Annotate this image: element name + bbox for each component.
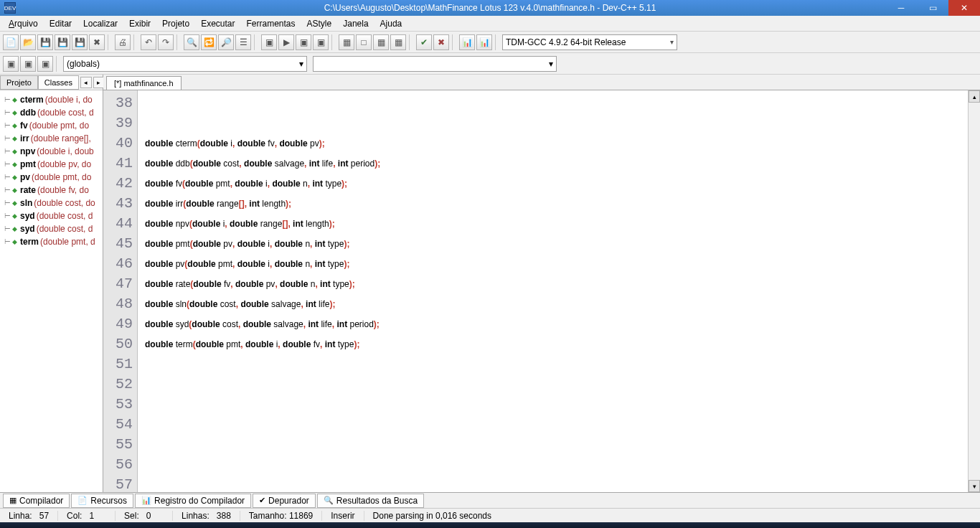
- print-icon[interactable]: 🖨: [115, 34, 131, 50]
- code-line-38[interactable]: [145, 93, 968, 113]
- menu-exibir[interactable]: Exibir: [123, 17, 156, 30]
- chevron-down-icon: ▾: [670, 38, 674, 46]
- rebuild-icon[interactable]: ▣: [313, 34, 329, 50]
- menu-editar[interactable]: Editar: [44, 17, 77, 30]
- code-line-40[interactable]: double cterm(double i, double fv, double…: [145, 133, 968, 154]
- class-item-cterm[interactable]: ⊢◆cterm(double i, do: [1, 93, 101, 106]
- compile-run-icon[interactable]: ▣: [296, 34, 311, 50]
- goto-line-icon[interactable]: ☰: [235, 34, 251, 50]
- code-content[interactable]: double cterm(double i, double fv, double…: [138, 90, 968, 492]
- close-button[interactable]: ✕: [948, 0, 980, 16]
- scroll-up-icon[interactable]: ▴: [969, 90, 980, 103]
- tab-projeto[interactable]: Projeto: [0, 75, 38, 90]
- file-tab-mathfinance[interactable]: [*] mathfinance.h: [106, 76, 182, 90]
- find-icon[interactable]: 🔍: [184, 34, 199, 50]
- compile-icon[interactable]: ▣: [261, 34, 277, 50]
- run-icon[interactable]: ▶: [278, 34, 294, 50]
- code-line-53[interactable]: [145, 395, 968, 415]
- menu-localizar[interactable]: Localizar: [77, 17, 123, 30]
- check-icon[interactable]: ✔: [416, 34, 432, 50]
- class-item-syd[interactable]: ⊢◆syd(double cost, d: [1, 222, 101, 235]
- new-file-icon[interactable]: 📄: [3, 34, 19, 50]
- resources-icon: 📄: [77, 496, 88, 505]
- class-item-term[interactable]: ⊢◆term(double pmt, d: [1, 235, 101, 248]
- vertical-scrollbar[interactable]: ▴ ▾: [968, 90, 980, 492]
- cancel-icon[interactable]: ✖: [433, 34, 449, 50]
- code-line-44[interactable]: double npv(double i, double range[], int…: [145, 214, 968, 234]
- code-line-57[interactable]: [145, 475, 968, 492]
- code-line-46[interactable]: double pv(double pmt, double i, double n…: [145, 254, 968, 274]
- class-item-fv[interactable]: ⊢◆fv(double pmt, do: [1, 119, 101, 132]
- profile-icon[interactable]: ▦: [373, 34, 389, 50]
- undo-icon[interactable]: ↶: [141, 34, 156, 50]
- class-item-irr[interactable]: ⊢◆irr(double range[],: [1, 132, 101, 145]
- code-line-48[interactable]: double sln(double cost, double salvage, …: [145, 294, 968, 314]
- line-number: 52: [103, 374, 133, 395]
- menu-arquivo[interactable]: Arquivo: [3, 17, 44, 30]
- close-file-icon[interactable]: ✖: [89, 34, 105, 50]
- tab-prev-icon[interactable]: ◂: [80, 77, 92, 88]
- class-item-npv[interactable]: ⊢◆npv(double i, doub: [1, 145, 101, 158]
- tab-recursos[interactable]: 📄Recursos: [71, 494, 133, 508]
- open-icon[interactable]: 📂: [20, 34, 36, 50]
- tab-compilador[interactable]: ▦Compilador: [3, 494, 70, 508]
- debug-icon[interactable]: ▦: [339, 34, 354, 50]
- tab-depurador[interactable]: ✔Depurador: [253, 494, 316, 508]
- scroll-down-icon[interactable]: ▾: [969, 480, 980, 492]
- insert-icon[interactable]: ▣: [20, 56, 36, 72]
- code-line-47[interactable]: double rate(double fv, double pv, double…: [145, 274, 968, 294]
- tab-registro[interactable]: 📊Registro do Compilador: [135, 494, 251, 508]
- class-item-pmt[interactable]: ⊢◆pmt(double pv, do: [1, 158, 101, 171]
- menu-projeto[interactable]: Projeto: [156, 17, 195, 30]
- file-tabs: [*] mathfinance.h: [103, 75, 980, 90]
- menu-executar[interactable]: Executar: [195, 17, 240, 30]
- code-line-56[interactable]: [145, 455, 968, 475]
- code-line-49[interactable]: double syd(double cost, double salvage, …: [145, 314, 968, 334]
- save-all-icon[interactable]: 💾: [55, 34, 70, 50]
- stop-icon[interactable]: □: [356, 34, 372, 50]
- code-line-43[interactable]: double irr(double range[], int length);: [145, 194, 968, 214]
- code-line-42[interactable]: double fv(double pmt, double i, double n…: [145, 174, 968, 194]
- bookmark-icon[interactable]: ▣: [37, 56, 53, 72]
- redo-icon[interactable]: ↷: [158, 34, 174, 50]
- minimize-button[interactable]: ─: [885, 0, 917, 16]
- tab-resultados[interactable]: 🔍Resultados da Busca: [317, 494, 424, 508]
- save-icon[interactable]: 💾: [37, 34, 53, 50]
- chart2-icon[interactable]: 📊: [476, 34, 492, 50]
- compiler-select[interactable]: TDM-GCC 4.9.2 64-bit Release ▾: [502, 34, 677, 50]
- class-tree[interactable]: ⊢◆cterm(double i, do⊢◆ddb(double cost, d…: [0, 90, 103, 492]
- class-item-pv[interactable]: ⊢◆pv(double pmt, do: [1, 171, 101, 184]
- replace-icon[interactable]: 🔁: [201, 34, 217, 50]
- find-in-files-icon[interactable]: 🔎: [218, 34, 234, 50]
- code-line-50[interactable]: double term(double pmt, double i, double…: [145, 334, 968, 354]
- function-icon: ◆: [12, 106, 17, 119]
- line-number: 40: [103, 133, 133, 154]
- code-line-52[interactable]: [145, 374, 968, 395]
- code-line-39[interactable]: [145, 113, 968, 133]
- code-line-41[interactable]: double ddb(double cost, double salvage, …: [145, 154, 968, 174]
- menu-ferramentas[interactable]: Ferramentas: [241, 17, 301, 30]
- chart-icon[interactable]: 📊: [459, 34, 475, 50]
- search-results-icon: 🔍: [324, 496, 334, 505]
- code-area[interactable]: 3839404142434445464748495051525354555657…: [103, 90, 980, 492]
- menu-ajuda[interactable]: Ajuda: [374, 17, 408, 30]
- scope-select[interactable]: ▾: [313, 56, 557, 72]
- code-line-45[interactable]: double pmt(double pv, double i, double n…: [145, 234, 968, 254]
- class-item-syd[interactable]: ⊢◆syd(double cost, d: [1, 209, 101, 222]
- code-line-51[interactable]: [145, 354, 968, 374]
- titlebar: DEV C:\Users\Augusto\Desktop\MathFinance…: [0, 0, 980, 16]
- menu-astyle[interactable]: AStyle: [301, 17, 338, 30]
- new-project-icon[interactable]: ▣: [3, 56, 19, 72]
- menu-janela[interactable]: Janela: [337, 17, 374, 30]
- class-item-ddb[interactable]: ⊢◆ddb(double cost, d: [1, 106, 101, 119]
- tab-classes[interactable]: Classes: [38, 75, 79, 90]
- class-item-rate[interactable]: ⊢◆rate(double fv, do: [1, 184, 101, 197]
- maximize-button[interactable]: ▭: [917, 0, 948, 16]
- line-number: 57: [103, 475, 133, 492]
- code-line-54[interactable]: [145, 415, 968, 435]
- globals-select[interactable]: (globals) ▾: [63, 56, 307, 72]
- class-item-sln[interactable]: ⊢◆sln(double cost, do: [1, 197, 101, 209]
- grid-icon[interactable]: ▦: [390, 34, 406, 50]
- code-line-55[interactable]: [145, 435, 968, 455]
- save-as-icon[interactable]: 💾: [72, 34, 88, 50]
